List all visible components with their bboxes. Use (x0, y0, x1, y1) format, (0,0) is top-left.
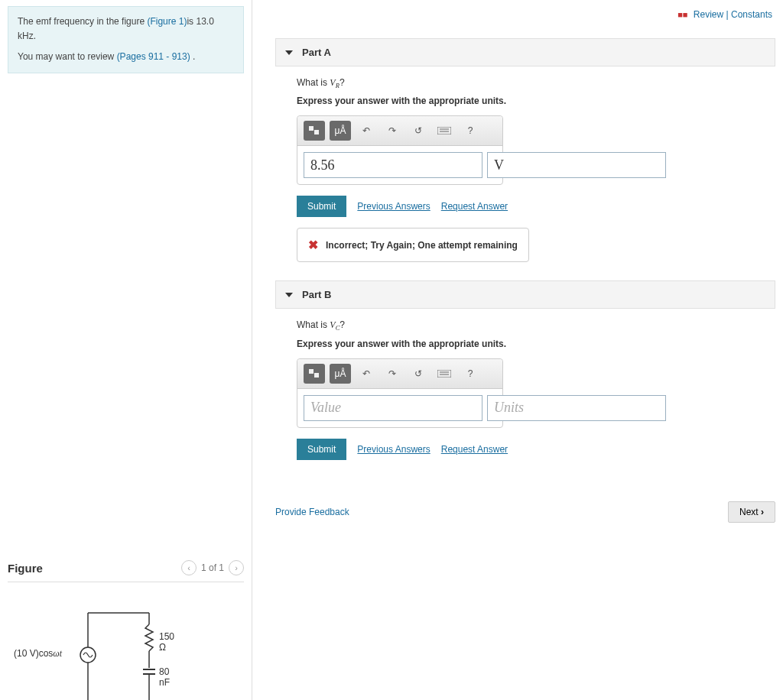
svg-rect-15 (309, 369, 314, 374)
intro-text: The emf frequency in the figure (18, 16, 147, 27)
part-a-header[interactable]: Part A (275, 38, 775, 66)
previous-answers-link-b[interactable]: Previous Answers (357, 444, 430, 455)
svg-rect-10 (309, 126, 314, 131)
svg-rect-17 (437, 370, 451, 378)
figure-heading: Figure (8, 562, 43, 575)
value-input-b[interactable] (304, 395, 482, 421)
help-button[interactable]: ? (460, 364, 481, 384)
figure-prev-button[interactable]: ‹ (181, 560, 197, 575)
feedback-box-a: ✖ Incorrect; Try Again; One attempt rema… (297, 228, 529, 262)
templates-button[interactable] (304, 364, 325, 384)
figure-link[interactable]: (Figure 1) (147, 16, 187, 27)
redo-button[interactable]: ↷ (382, 121, 403, 141)
unit-input-a[interactable] (487, 152, 666, 178)
provide-feedback-link[interactable]: Provide Feedback (275, 507, 349, 517)
reset-button[interactable]: ↺ (408, 121, 429, 141)
part-b-body: What is VC? Express your answer with the… (275, 309, 775, 484)
constants-link[interactable]: Constants (731, 9, 772, 20)
keyboard-button[interactable] (434, 364, 455, 384)
submit-button-b[interactable]: Submit (297, 439, 346, 460)
figure-next-button[interactable]: › (229, 560, 244, 575)
svg-rect-12 (437, 127, 451, 134)
intro-text: You may want to review (18, 51, 117, 62)
intro-text: . (190, 51, 196, 62)
part-a-title: Part A (302, 47, 331, 58)
units-button[interactable]: μÅ (330, 364, 351, 384)
part-b-question: What is VC? (297, 319, 763, 332)
help-button[interactable]: ? (460, 121, 481, 141)
figure-pager-label: 1 of 1 (201, 562, 224, 573)
answer-widget-b: μÅ ↶ ↷ ↺ ? (297, 358, 503, 428)
part-a-body: What is VR? Express your answer with the… (275, 66, 775, 276)
request-answer-link-a[interactable]: Request Answer (441, 201, 508, 212)
capacitor-label: 80 nF (159, 666, 170, 688)
circuit-diagram: (10 V)cosωt 150 Ω 80 nF (15, 598, 168, 700)
previous-answers-link-a[interactable]: Previous Answers (357, 201, 430, 212)
keyboard-button[interactable] (434, 121, 455, 141)
request-answer-link-b[interactable]: Request Answer (441, 444, 508, 455)
unit-input-b[interactable] (487, 395, 666, 421)
figure-panel: Figure ‹ 1 of 1 › (8, 560, 244, 700)
svg-rect-11 (314, 130, 319, 134)
caret-down-icon (285, 293, 293, 297)
review-link[interactable]: Review (694, 9, 723, 20)
pages-link[interactable]: (Pages 911 - 913) (117, 51, 190, 62)
redo-button[interactable]: ↷ (382, 364, 403, 384)
problem-intro: The emf frequency in the figure (Figure … (8, 6, 244, 73)
caret-down-icon (285, 50, 293, 55)
answer-widget-a: μÅ ↶ ↷ ↺ ? (297, 115, 503, 185)
submit-button-a[interactable]: Submit (297, 196, 346, 217)
incorrect-icon: ✖ (308, 238, 318, 252)
figure-pager: ‹ 1 of 1 › (181, 560, 244, 575)
value-input-a[interactable] (304, 152, 482, 178)
part-b-title: Part B (302, 289, 331, 300)
feedback-text: Incorrect; Try Again; One attempt remain… (326, 240, 518, 251)
units-button[interactable]: μÅ (330, 121, 351, 141)
source-label: (10 V)cosωt (14, 648, 62, 659)
undo-button[interactable]: ↶ (356, 121, 377, 141)
resistor-label: 150 Ω (159, 631, 174, 653)
part-b-instruction: Express your answer with the appropriate… (297, 339, 763, 349)
part-b-header[interactable]: Part B (275, 280, 775, 309)
next-button[interactable]: Next › (728, 501, 775, 523)
part-a-instruction: Express your answer with the appropriate… (297, 96, 763, 106)
templates-button[interactable] (304, 121, 325, 141)
part-a-question: What is VR? (297, 77, 763, 89)
flag-icon: ■■ (677, 10, 687, 19)
reset-button[interactable]: ↺ (408, 364, 429, 384)
svg-rect-16 (314, 373, 319, 378)
chevron-right-icon: › (761, 507, 764, 517)
undo-button[interactable]: ↶ (356, 364, 377, 384)
